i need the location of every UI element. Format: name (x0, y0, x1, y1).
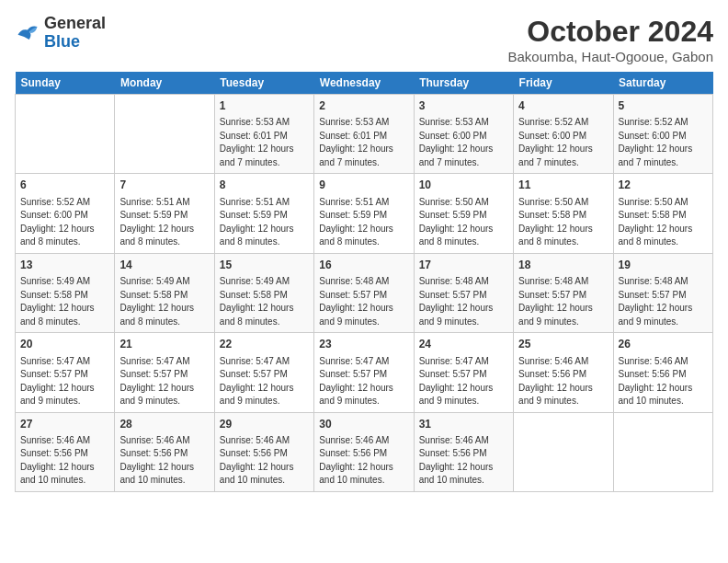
calendar-cell: 29Sunrise: 5:46 AM Sunset: 5:56 PM Dayli… (214, 412, 313, 491)
title-block: October 2024 Bakoumba, Haut-Ogooue, Gabo… (508, 15, 713, 64)
calendar-cell: 30Sunrise: 5:46 AM Sunset: 5:56 PM Dayli… (314, 412, 414, 491)
day-number: 29 (220, 417, 309, 432)
page-header: General Blue October 2024 Bakoumba, Haut… (15, 15, 713, 64)
calendar-cell: 27Sunrise: 5:46 AM Sunset: 5:56 PM Dayli… (16, 412, 115, 491)
day-number: 7 (119, 178, 209, 193)
day-number: 3 (419, 98, 508, 114)
calendar-cell: 7Sunrise: 5:51 AM Sunset: 5:59 PM Daylig… (115, 174, 214, 253)
day-number: 9 (319, 178, 408, 193)
day-number: 28 (119, 417, 209, 432)
day-number: 10 (419, 178, 508, 193)
page-title: October 2024 (508, 15, 713, 49)
logo-line2: Blue (44, 33, 106, 52)
day-number: 1 (220, 98, 309, 114)
day-number: 19 (619, 258, 708, 273)
calendar-cell (613, 412, 712, 491)
day-info: Sunrise: 5:50 AM Sunset: 5:59 PM Dayligh… (419, 196, 508, 249)
calendar-cell: 6Sunrise: 5:52 AM Sunset: 6:00 PM Daylig… (16, 174, 115, 253)
day-number: 25 (518, 337, 608, 352)
calendar-cell (115, 95, 214, 174)
calendar-cell: 9Sunrise: 5:51 AM Sunset: 5:59 PM Daylig… (314, 174, 414, 253)
day-info: Sunrise: 5:47 AM Sunset: 5:57 PM Dayligh… (220, 355, 309, 408)
calendar-header-tuesday: Tuesday (214, 72, 313, 95)
day-info: Sunrise: 5:52 AM Sunset: 6:00 PM Dayligh… (619, 116, 708, 169)
calendar-cell: 12Sunrise: 5:50 AM Sunset: 5:58 PM Dayli… (613, 174, 712, 253)
calendar-cell: 28Sunrise: 5:46 AM Sunset: 5:56 PM Dayli… (115, 412, 214, 491)
day-number: 14 (119, 258, 209, 273)
day-info: Sunrise: 5:51 AM Sunset: 5:59 PM Dayligh… (220, 196, 309, 249)
logo-line1: General (44, 15, 106, 33)
calendar-cell: 13Sunrise: 5:49 AM Sunset: 5:58 PM Dayli… (16, 253, 115, 332)
calendar-cell: 17Sunrise: 5:48 AM Sunset: 5:57 PM Dayli… (414, 253, 513, 332)
calendar-cell: 19Sunrise: 5:48 AM Sunset: 5:57 PM Dayli… (613, 253, 712, 332)
day-number: 24 (419, 337, 508, 352)
calendar-header-sunday: Sunday (16, 72, 115, 95)
day-info: Sunrise: 5:51 AM Sunset: 5:59 PM Dayligh… (119, 196, 209, 249)
calendar-cell: 16Sunrise: 5:48 AM Sunset: 5:57 PM Dayli… (314, 253, 414, 332)
calendar-cell: 1Sunrise: 5:53 AM Sunset: 6:01 PM Daylig… (214, 95, 313, 174)
day-number: 31 (419, 417, 508, 432)
day-number: 26 (619, 337, 708, 352)
calendar-cell: 10Sunrise: 5:50 AM Sunset: 5:59 PM Dayli… (414, 174, 513, 253)
calendar-cell: 3Sunrise: 5:53 AM Sunset: 6:00 PM Daylig… (414, 95, 513, 174)
calendar-cell: 11Sunrise: 5:50 AM Sunset: 5:58 PM Dayli… (514, 174, 613, 253)
day-info: Sunrise: 5:49 AM Sunset: 5:58 PM Dayligh… (220, 275, 309, 328)
calendar-cell: 14Sunrise: 5:49 AM Sunset: 5:58 PM Dayli… (115, 253, 214, 332)
calendar-week-row: 1Sunrise: 5:53 AM Sunset: 6:01 PM Daylig… (16, 95, 713, 174)
calendar-header-row: SundayMondayTuesdayWednesdayThursdayFrid… (16, 72, 713, 95)
day-info: Sunrise: 5:51 AM Sunset: 5:59 PM Dayligh… (319, 196, 408, 249)
calendar-header-saturday: Saturday (613, 72, 712, 95)
day-info: Sunrise: 5:46 AM Sunset: 5:56 PM Dayligh… (518, 355, 608, 408)
calendar-cell: 5Sunrise: 5:52 AM Sunset: 6:00 PM Daylig… (613, 95, 712, 174)
day-number: 21 (119, 337, 209, 352)
calendar-cell: 26Sunrise: 5:46 AM Sunset: 5:56 PM Dayli… (613, 333, 712, 412)
day-number: 11 (518, 178, 608, 193)
calendar-cell: 2Sunrise: 5:53 AM Sunset: 6:01 PM Daylig… (314, 95, 414, 174)
day-number: 18 (518, 258, 608, 273)
page-subtitle: Bakoumba, Haut-Ogooue, Gabon (508, 49, 713, 64)
day-number: 16 (319, 258, 408, 273)
day-number: 15 (220, 258, 309, 273)
calendar-header-monday: Monday (115, 72, 214, 95)
day-info: Sunrise: 5:49 AM Sunset: 5:58 PM Dayligh… (119, 275, 209, 328)
day-info: Sunrise: 5:53 AM Sunset: 6:00 PM Dayligh… (419, 116, 508, 169)
calendar-cell (514, 412, 613, 491)
day-info: Sunrise: 5:47 AM Sunset: 5:57 PM Dayligh… (419, 355, 508, 408)
day-info: Sunrise: 5:46 AM Sunset: 5:56 PM Dayligh… (220, 434, 309, 488)
calendar-cell: 24Sunrise: 5:47 AM Sunset: 5:57 PM Dayli… (414, 333, 513, 412)
day-number: 22 (220, 337, 309, 352)
calendar-table: SundayMondayTuesdayWednesdayThursdayFrid… (15, 72, 713, 492)
calendar-cell: 25Sunrise: 5:46 AM Sunset: 5:56 PM Dayli… (514, 333, 613, 412)
day-info: Sunrise: 5:47 AM Sunset: 5:57 PM Dayligh… (20, 355, 109, 408)
day-info: Sunrise: 5:52 AM Sunset: 6:00 PM Dayligh… (20, 196, 109, 249)
day-number: 6 (20, 178, 109, 193)
calendar-header-friday: Friday (514, 72, 613, 95)
day-info: Sunrise: 5:52 AM Sunset: 6:00 PM Dayligh… (518, 116, 608, 169)
calendar-cell (16, 95, 115, 174)
logo: General Blue (15, 15, 106, 52)
day-number: 8 (220, 178, 309, 193)
day-info: Sunrise: 5:47 AM Sunset: 5:57 PM Dayligh… (119, 355, 209, 408)
day-number: 30 (319, 417, 408, 432)
day-info: Sunrise: 5:50 AM Sunset: 5:58 PM Dayligh… (619, 196, 708, 249)
day-info: Sunrise: 5:48 AM Sunset: 5:57 PM Dayligh… (319, 275, 408, 328)
logo-icon (15, 20, 40, 46)
calendar-cell: 20Sunrise: 5:47 AM Sunset: 5:57 PM Dayli… (16, 333, 115, 412)
day-info: Sunrise: 5:48 AM Sunset: 5:57 PM Dayligh… (518, 275, 608, 328)
calendar-cell: 22Sunrise: 5:47 AM Sunset: 5:57 PM Dayli… (214, 333, 313, 412)
day-info: Sunrise: 5:48 AM Sunset: 5:57 PM Dayligh… (619, 275, 708, 328)
day-info: Sunrise: 5:46 AM Sunset: 5:56 PM Dayligh… (20, 434, 109, 488)
day-info: Sunrise: 5:46 AM Sunset: 5:56 PM Dayligh… (419, 434, 508, 488)
calendar-cell: 31Sunrise: 5:46 AM Sunset: 5:56 PM Dayli… (414, 412, 513, 491)
day-number: 27 (20, 417, 109, 432)
calendar-header-wednesday: Wednesday (314, 72, 414, 95)
day-number: 12 (619, 178, 708, 193)
calendar-header-thursday: Thursday (414, 72, 513, 95)
day-info: Sunrise: 5:50 AM Sunset: 5:58 PM Dayligh… (518, 196, 608, 249)
calendar-week-row: 27Sunrise: 5:46 AM Sunset: 5:56 PM Dayli… (16, 412, 713, 491)
calendar-cell: 4Sunrise: 5:52 AM Sunset: 6:00 PM Daylig… (514, 95, 613, 174)
day-info: Sunrise: 5:46 AM Sunset: 5:56 PM Dayligh… (119, 434, 209, 488)
calendar-week-row: 6Sunrise: 5:52 AM Sunset: 6:00 PM Daylig… (16, 174, 713, 253)
day-number: 13 (20, 258, 109, 273)
day-info: Sunrise: 5:46 AM Sunset: 5:56 PM Dayligh… (319, 434, 408, 488)
